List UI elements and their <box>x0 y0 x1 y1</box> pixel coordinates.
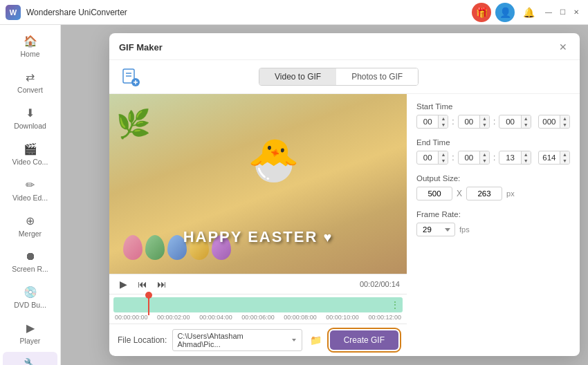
start-mm-down[interactable]: ▼ <box>480 122 489 128</box>
sidebar-item-label: DVD Bu... <box>14 301 46 309</box>
start-ms-spinner[interactable]: 000 ▲ ▼ <box>538 115 570 129</box>
prev-button[interactable]: ⏮ <box>136 279 149 290</box>
timeline-labels: 00:00:00:00 00:00:02:00 00:00:04:00 00:0… <box>113 314 403 321</box>
start-ss-spinner[interactable]: 00 ▲ ▼ <box>499 115 531 129</box>
start-time-group: Start Time 00 ▲ ▼ : <box>416 102 570 129</box>
sidebar-item-dvd[interactable]: 💿 DVD Bu... <box>3 280 57 315</box>
sidebar-item-toolbox[interactable]: 🔧 Toolbox <box>3 352 57 365</box>
end-mm-up[interactable]: ▲ <box>480 151 489 158</box>
sidebar-item-player[interactable]: ▶ Player <box>3 316 57 350</box>
timeline-needle[interactable] <box>148 294 149 315</box>
dialog-close-button[interactable]: ✕ <box>556 40 570 54</box>
sidebar-item-screen-rec[interactable]: ⏺ Screen R... <box>3 245 57 279</box>
end-hh-value[interactable]: 00 <box>417 151 438 164</box>
easter-text: HAPPY EASTER ♥ <box>183 228 333 246</box>
end-ms-value[interactable]: 614 <box>539 151 560 164</box>
minimize-button[interactable]: — <box>542 6 555 19</box>
video-frame: 🌿 🐣 HAPPY EASTER ♥ <box>109 94 407 274</box>
user-icon[interactable]: 👤 <box>495 3 515 22</box>
start-ms-up[interactable]: ▲ <box>560 115 569 122</box>
file-location: File Location: C:\Users\Ahtasham Ahmad\P… <box>109 324 407 356</box>
content-area: GIF Maker ✕ <box>61 25 588 365</box>
merger-icon: ⊕ <box>26 214 35 227</box>
start-ss-up[interactable]: ▲ <box>522 115 531 122</box>
end-time-label: End Time <box>416 138 570 147</box>
end-ss-down[interactable]: ▼ <box>522 158 531 164</box>
end-ss-spinner[interactable]: 13 ▲ ▼ <box>499 151 531 165</box>
timeline-label-3: 00:00:06:00 <box>241 314 275 321</box>
width-input[interactable] <box>416 187 452 200</box>
add-file-button[interactable] <box>119 66 141 88</box>
end-mm-spinner[interactable]: 00 ▲ ▼ <box>458 151 490 165</box>
start-ms-value[interactable]: 000 <box>539 115 560 128</box>
start-mm-spinner[interactable]: 00 ▲ ▼ <box>458 115 490 129</box>
end-ms-up[interactable]: ▲ <box>560 151 569 158</box>
chick-decoration: 🐣 <box>248 135 300 185</box>
create-gif-button[interactable]: Create GIF <box>330 330 398 350</box>
start-hh-spinner[interactable]: 00 ▲ ▼ <box>416 115 448 129</box>
gift-icon[interactable]: 🎁 <box>472 3 491 22</box>
sidebar-item-video-edit[interactable]: ✏ Video Ed... <box>3 173 57 207</box>
height-input[interactable] <box>466 187 502 200</box>
timeline-label-5: 00:00:10:00 <box>326 314 359 321</box>
folder-button[interactable]: 📁 <box>308 332 324 348</box>
sidebar-item-label: Merger <box>19 230 42 238</box>
bell-icon[interactable]: 🔔 <box>519 3 538 22</box>
end-hh-arrows: ▲ ▼ <box>438 151 448 164</box>
end-mm-value[interactable]: 00 <box>459 151 479 164</box>
start-ss-value[interactable]: 00 <box>499 115 520 128</box>
tab-photos-to-gif[interactable]: Photos to GIF <box>336 68 418 85</box>
next-button[interactable]: ⏭ <box>155 279 169 290</box>
modal-overlay: GIF Maker ✕ <box>61 25 588 365</box>
end-mm-down[interactable]: ▼ <box>480 158 489 164</box>
sidebar-item-home[interactable]: 🏠 Home <box>3 29 57 64</box>
start-mm-up[interactable]: ▲ <box>480 115 489 122</box>
file-location-input[interactable]: C:\Users\Ahtasham Ahmad\Pic... <box>172 329 302 351</box>
size-x-separator: X <box>457 189 462 198</box>
end-ms-down[interactable]: ▼ <box>560 158 569 164</box>
title-bar-left: W Wondershare UniConverter <box>6 5 127 20</box>
heart-icon: ♥ <box>324 230 333 245</box>
sidebar-item-video-compress[interactable]: 🎬 Video Co... <box>3 137 57 171</box>
video-controls: ▶ ⏮ ⏭ 00:02/00:14 <box>109 274 407 294</box>
sidebar-item-download[interactable]: ⬇ Download <box>3 101 57 135</box>
start-ss-down[interactable]: ▼ <box>522 122 531 128</box>
start-ms-down[interactable]: ▼ <box>560 122 569 128</box>
maximize-button[interactable]: ☐ <box>556 6 569 19</box>
sidebar-item-label: Player <box>20 337 41 345</box>
framerate-row: 24 25 29 30 60 fps <box>416 223 570 236</box>
end-hh-down[interactable]: ▼ <box>439 158 448 164</box>
start-hh-value[interactable]: 00 <box>417 115 438 128</box>
size-unit: px <box>506 189 515 198</box>
egg-pink <box>123 235 143 260</box>
close-button[interactable]: ✕ <box>570 6 582 19</box>
dialog-body: 🌿 🐣 HAPPY EASTER ♥ <box>109 94 580 356</box>
end-hh-spinner[interactable]: 00 ▲ ▼ <box>416 151 448 165</box>
window-controls: — ☐ ✕ <box>542 6 582 19</box>
video-compress-icon: 🎬 <box>24 142 37 156</box>
sidebar-item-convert[interactable]: ⇄ Convert <box>3 65 57 100</box>
play-button[interactable]: ▶ <box>116 279 130 290</box>
timeline-label-0: 00:00:00:00 <box>115 314 148 321</box>
sidebar-item-merger[interactable]: ⊕ Merger <box>3 209 57 243</box>
timeline-label-4: 00:00:08:00 <box>284 314 317 321</box>
end-ss-value[interactable]: 13 <box>499 151 520 164</box>
sidebar-item-label: Video Co... <box>12 158 48 166</box>
size-row: X px <box>416 187 570 200</box>
add-document-icon <box>120 67 140 86</box>
end-hh-up[interactable]: ▲ <box>439 151 448 158</box>
timeline-track[interactable]: ⋮ <box>113 297 403 312</box>
tab-video-to-gif[interactable]: Video to GIF <box>259 68 336 85</box>
start-mm-value[interactable]: 00 <box>459 115 479 128</box>
start-hh-down[interactable]: ▼ <box>439 122 448 128</box>
end-time-row: 00 ▲ ▼ : 00 ▲ <box>416 151 570 165</box>
start-hh-up[interactable]: ▲ <box>439 115 448 122</box>
end-ss-up[interactable]: ▲ <box>522 151 531 158</box>
video-preview: 🌿 🐣 HAPPY EASTER ♥ <box>109 94 407 356</box>
main-layout: 🏠 Home ⇄ Convert ⬇ Download 🎬 Video Co..… <box>0 25 588 365</box>
end-ms-spinner[interactable]: 614 ▲ ▼ <box>538 151 570 165</box>
screen-rec-icon: ⏺ <box>25 250 36 263</box>
fps-select[interactable]: 24 25 29 30 60 <box>416 223 455 236</box>
title-bar-title: Wondershare UniConverter <box>26 8 127 17</box>
dialog-title: GIF Maker <box>119 42 163 53</box>
